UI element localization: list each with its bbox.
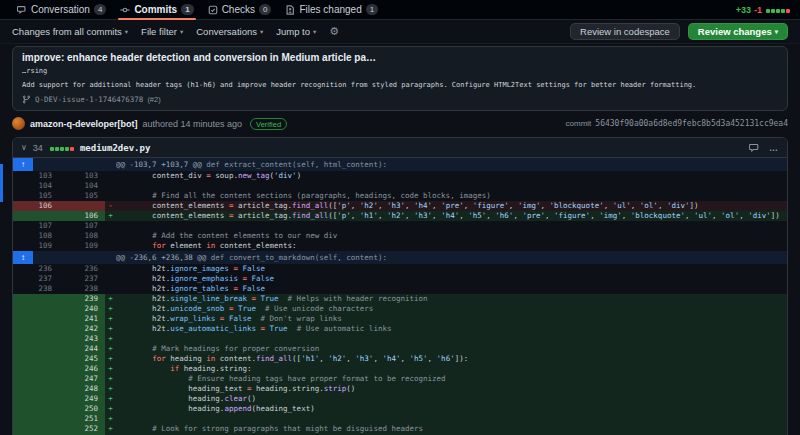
new-line-number[interactable]: 109: [59, 241, 105, 251]
dropdown-label: Jump to: [276, 26, 310, 37]
diff-marker: +: [105, 211, 116, 221]
old-line-number[interactable]: [13, 304, 59, 314]
diffstat-block: [60, 147, 64, 151]
diff-marker: [105, 191, 116, 201]
old-line-number[interactable]: [13, 374, 59, 384]
old-line-number[interactable]: [13, 324, 59, 334]
new-line-number[interactable]: 248: [59, 384, 105, 394]
old-line-number[interactable]: 104: [13, 181, 59, 191]
commit-sha[interactable]: 56430f90a00a6d8ed9febc8b5d3a452131cc9ea4: [595, 119, 788, 128]
new-line-number[interactable]: 108: [59, 231, 105, 241]
diff-line: 106- content_elements = article_tag.find…: [13, 201, 787, 211]
collapse-file-chevron-icon[interactable]: ∨: [21, 143, 27, 152]
new-line-number[interactable]: 238: [59, 284, 105, 294]
file-name[interactable]: medium2dev.py: [80, 143, 150, 153]
diff-marker: +: [105, 314, 116, 324]
old-line-number[interactable]: 103: [13, 171, 59, 181]
comment-icon[interactable]: [749, 143, 759, 153]
new-line-number[interactable]: 249: [59, 394, 105, 404]
old-line-number[interactable]: [13, 394, 59, 404]
old-line-number[interactable]: 238: [13, 284, 59, 294]
code-line: h2t.wrap_links = False # Don't wrap link…: [116, 314, 787, 324]
new-line-number[interactable]: 107: [59, 221, 105, 231]
new-line-number[interactable]: 236: [59, 264, 105, 274]
new-line-number[interactable]: [59, 201, 105, 211]
old-line-number[interactable]: [13, 314, 59, 324]
new-line-number[interactable]: 251: [59, 414, 105, 424]
new-line-number[interactable]: 246: [59, 364, 105, 374]
tab-checks[interactable]: Checks 0: [201, 0, 279, 19]
code-line: h2t.ignore_images = False: [116, 264, 787, 274]
dropdown-label: Changes from all commits: [12, 26, 122, 37]
old-line-number[interactable]: [13, 211, 59, 221]
old-line-number[interactable]: [13, 404, 59, 414]
new-line-number[interactable]: 243: [59, 334, 105, 344]
tab-conversation[interactable]: Conversation 4: [10, 0, 113, 19]
new-line-number[interactable]: 104: [59, 181, 105, 191]
new-line-number[interactable]: 242: [59, 324, 105, 334]
tab-count-badge: 1: [181, 4, 193, 15]
conversations-dropdown[interactable]: Conversations▾: [196, 26, 263, 37]
branch-name[interactable]: Q-DEV-issue-1-1746476378: [35, 94, 143, 105]
new-line-number[interactable]: 105: [59, 191, 105, 201]
old-line-number[interactable]: [13, 384, 59, 394]
code-line: h2t.ignore_tables = False: [116, 284, 787, 294]
commit-description: Add support for additional header tags (…: [22, 80, 778, 90]
old-line-number[interactable]: [13, 354, 59, 364]
avatar[interactable]: [12, 117, 25, 130]
author-name[interactable]: amazon-q-developer[bot]: [30, 119, 138, 129]
new-line-number[interactable]: 252: [59, 424, 105, 434]
new-line-number[interactable]: 240: [59, 304, 105, 314]
old-line-number[interactable]: [13, 344, 59, 354]
changes-from-all-commits-dropdown[interactable]: Changes from all commits▾: [12, 26, 128, 37]
review-changes-button[interactable]: Review changes▾: [688, 23, 788, 40]
old-line-number[interactable]: 107: [13, 221, 59, 231]
old-line-number[interactable]: 236: [13, 264, 59, 274]
old-line-number[interactable]: [13, 334, 59, 344]
new-line-number[interactable]: 237: [59, 274, 105, 284]
old-line-number[interactable]: 108: [13, 231, 59, 241]
new-line-number[interactable]: 239: [59, 294, 105, 304]
old-line-number[interactable]: [13, 414, 59, 424]
old-line-number[interactable]: 106: [13, 201, 59, 211]
old-line-number[interactable]: 109: [13, 241, 59, 251]
new-line-number[interactable]: 247: [59, 374, 105, 384]
hunk-gutter: [33, 251, 116, 264]
diff-line: 251+: [13, 414, 787, 424]
diff-marker: +: [105, 414, 116, 424]
new-line-number[interactable]: 106: [59, 211, 105, 221]
verified-badge[interactable]: Verified: [250, 118, 287, 130]
old-line-number[interactable]: [13, 294, 59, 304]
old-line-number[interactable]: [13, 364, 59, 374]
new-line-number[interactable]: 241: [59, 314, 105, 324]
diff-marker: +: [105, 324, 116, 334]
gear-icon[interactable]: ⚙: [329, 25, 339, 38]
pr-reference[interactable]: (#2): [147, 94, 160, 105]
new-line-number[interactable]: 245: [59, 354, 105, 364]
file-filter-dropdown[interactable]: File filter▾: [141, 26, 183, 37]
new-line-number[interactable]: 250: [59, 404, 105, 414]
code-line: # Add the content elements to our new di…: [116, 231, 787, 241]
diff-line: 237237 h2t.ignore_emphasis = False: [13, 274, 787, 284]
commit-author-row: amazon-q-developer[bot] authored 14 minu…: [12, 116, 788, 131]
diff-marker: [105, 264, 116, 274]
review-in-codespace-button[interactable]: Review in codespace: [570, 23, 680, 40]
jump-to-dropdown[interactable]: Jump to▾: [276, 26, 316, 37]
expand-diff-button[interactable]: ↑: [13, 158, 33, 171]
expand-diff-button[interactable]: ↕: [13, 251, 33, 264]
diffstat-block: [65, 147, 69, 151]
tab-files-changed[interactable]: Files changed 1: [278, 0, 385, 19]
diffstat-block: [55, 147, 59, 151]
new-line-number[interactable]: 244: [59, 344, 105, 354]
old-line-number[interactable]: 237: [13, 274, 59, 284]
code-line: for heading in content.find_all(['h1', '…: [116, 354, 787, 364]
file-header-actions: …: [749, 143, 779, 153]
old-line-number[interactable]: [13, 424, 59, 434]
diff-toolbar: Changes from all commits▾ File filter▾ C…: [0, 20, 800, 44]
file-diff-card: ∨ 34 medium2dev.py … ↑@@ -103,7 +103,7 @…: [12, 137, 788, 435]
old-line-number[interactable]: 105: [13, 191, 59, 201]
code-line: [116, 334, 787, 344]
kebab-menu-icon[interactable]: …: [769, 143, 779, 153]
tab-commits[interactable]: Commits 1: [113, 0, 200, 19]
new-line-number[interactable]: 103: [59, 171, 105, 181]
